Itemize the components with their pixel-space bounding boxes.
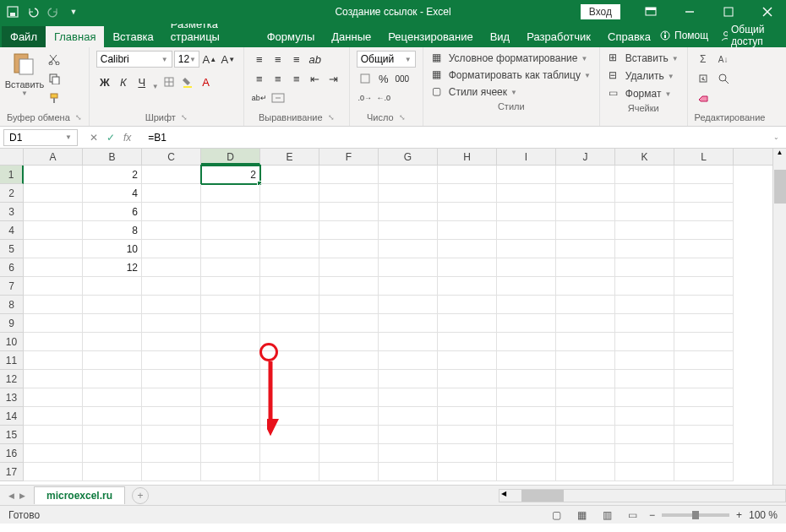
cell[interactable] <box>379 426 438 444</box>
cell[interactable] <box>379 240 438 258</box>
cell[interactable] <box>83 351 142 370</box>
cell[interactable]: 8 <box>83 221 142 240</box>
tab-insert[interactable]: Вставка <box>104 26 161 47</box>
cell[interactable] <box>201 240 260 258</box>
cell[interactable] <box>83 463 142 481</box>
format-painter-icon[interactable] <box>46 90 63 106</box>
sort-filter-icon[interactable]: A↓ <box>715 51 732 68</box>
launcher-icon[interactable]: ⤡ <box>75 113 82 122</box>
cell[interactable] <box>615 296 674 314</box>
cell[interactable]: 2 <box>83 166 142 184</box>
cell[interactable] <box>260 166 319 184</box>
cell[interactable] <box>497 203 556 221</box>
cell[interactable] <box>674 370 734 388</box>
cell[interactable] <box>674 407 734 426</box>
cell[interactable] <box>201 314 260 333</box>
cell[interactable] <box>615 184 674 203</box>
autosum-icon[interactable]: Σ <box>695 51 712 68</box>
cell[interactable] <box>497 444 556 463</box>
cell[interactable] <box>142 314 201 333</box>
cell[interactable] <box>556 221 615 240</box>
cell[interactable] <box>379 221 438 240</box>
cell[interactable] <box>615 407 674 426</box>
row-header[interactable]: 10 <box>0 333 24 351</box>
cell[interactable] <box>83 370 142 388</box>
cell[interactable] <box>615 314 674 333</box>
conditional-formatting-button[interactable]: ▦Условное форматирование ▼ <box>430 51 590 66</box>
cell[interactable] <box>379 463 438 481</box>
cell[interactable] <box>438 463 497 481</box>
orientation-icon[interactable]: ab <box>307 51 324 68</box>
find-icon[interactable] <box>715 70 732 87</box>
cell[interactable] <box>674 296 734 314</box>
cell[interactable] <box>497 370 556 388</box>
column-header[interactable]: A <box>24 149 83 165</box>
clear-icon[interactable] <box>695 90 712 106</box>
cell[interactable] <box>24 240 83 258</box>
copy-icon[interactable] <box>46 70 63 87</box>
cell[interactable] <box>24 184 83 203</box>
cell[interactable] <box>24 426 83 444</box>
cell[interactable] <box>497 240 556 258</box>
cell[interactable] <box>674 388 734 407</box>
cell[interactable] <box>497 351 556 370</box>
cell[interactable] <box>497 463 556 481</box>
minimize-icon[interactable] <box>671 0 708 24</box>
paste-button[interactable]: Вставить ▼ <box>7 51 42 97</box>
cell[interactable] <box>438 296 497 314</box>
cell[interactable] <box>615 221 674 240</box>
cell[interactable] <box>142 296 201 314</box>
cell[interactable] <box>379 388 438 407</box>
cell[interactable] <box>24 407 83 426</box>
cell[interactable] <box>556 407 615 426</box>
cell[interactable] <box>201 426 260 444</box>
row-header[interactable]: 3 <box>0 203 24 221</box>
cell[interactable] <box>319 370 379 388</box>
cell[interactable] <box>83 407 142 426</box>
tab-data[interactable]: Данные <box>323 26 379 47</box>
save-icon[interactable] <box>5 4 20 19</box>
cell[interactable] <box>260 277 319 296</box>
cell[interactable] <box>438 407 497 426</box>
cell[interactable] <box>142 258 201 277</box>
login-button[interactable]: Вход <box>581 4 620 19</box>
cell[interactable] <box>201 221 260 240</box>
redo-icon[interactable] <box>46 4 61 19</box>
cell[interactable] <box>615 370 674 388</box>
align-middle-icon[interactable]: ≡ <box>270 51 287 68</box>
cell[interactable] <box>615 333 674 351</box>
zoom-slider[interactable] <box>662 513 729 517</box>
launcher-icon[interactable]: ⤡ <box>181 113 188 122</box>
cell[interactable] <box>438 388 497 407</box>
cell[interactable] <box>24 221 83 240</box>
cell[interactable] <box>24 388 83 407</box>
cell[interactable] <box>83 277 142 296</box>
cell[interactable] <box>24 277 83 296</box>
cell[interactable] <box>201 296 260 314</box>
tab-view[interactable]: Вид <box>482 26 519 47</box>
maximize-icon[interactable] <box>710 0 747 24</box>
row-header[interactable]: 15 <box>0 426 24 444</box>
row-header[interactable]: 6 <box>0 258 24 277</box>
cell[interactable] <box>24 351 83 370</box>
row-header[interactable]: 8 <box>0 296 24 314</box>
cell[interactable] <box>438 166 497 184</box>
tab-home[interactable]: Главная <box>46 26 104 47</box>
cell[interactable] <box>319 296 379 314</box>
cell[interactable] <box>260 203 319 221</box>
cell[interactable] <box>379 407 438 426</box>
cell[interactable] <box>201 333 260 351</box>
cell[interactable] <box>142 203 201 221</box>
cell[interactable] <box>674 463 734 481</box>
cell[interactable] <box>319 463 379 481</box>
cell[interactable] <box>142 463 201 481</box>
cell[interactable] <box>497 166 556 184</box>
row-header[interactable]: 16 <box>0 444 24 463</box>
tab-review[interactable]: Рецензирование <box>379 26 481 47</box>
cell[interactable] <box>615 444 674 463</box>
cell[interactable] <box>319 407 379 426</box>
cell[interactable] <box>556 370 615 388</box>
cell[interactable] <box>83 444 142 463</box>
page-break-view-icon[interactable]: ▭ <box>624 508 642 523</box>
number-format-select[interactable]: Общий▼ <box>357 51 416 68</box>
